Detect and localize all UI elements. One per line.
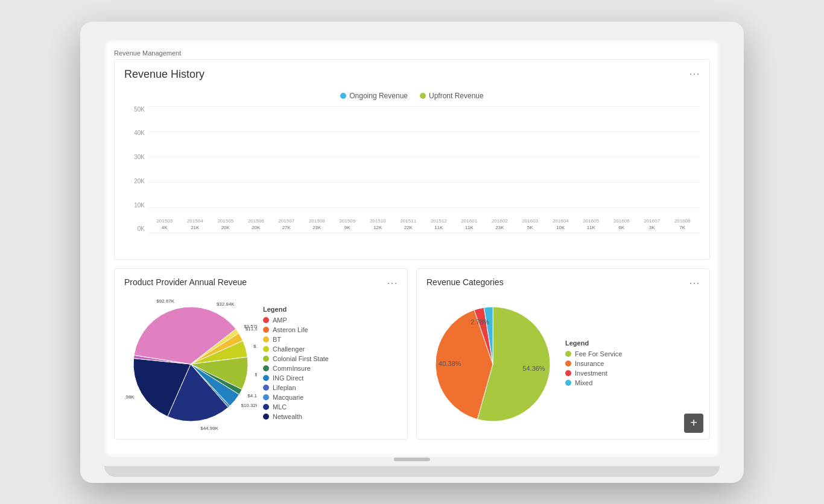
svg-text:$23.14K: $23.14K: [255, 372, 257, 377]
ongoing-dot: [340, 93, 346, 99]
revenue-history-card: Revenue History ⋯ Ongoing Revenue Upfron…: [114, 59, 710, 260]
cat-legend-dot: [565, 361, 571, 367]
x-label: 201507: [272, 216, 301, 233]
y-axis-label: 50K: [134, 106, 145, 113]
provider-legend-item: CommInsure: [263, 365, 398, 372]
svg-text:$11.76K: $11.76K: [253, 343, 257, 348]
provider-legend-item: Netwealth: [263, 413, 398, 420]
x-label: 201605: [577, 216, 606, 233]
provider-pie-section: $32.84K$11.90K$11.76K$23.14K$4.12K$10.32…: [124, 298, 398, 430]
cat-legend-label: Insurance: [575, 360, 604, 367]
provider-legend-item: Lifeplan: [263, 384, 398, 391]
card-header: Revenue History ⋯: [124, 68, 700, 86]
revenue-cat-menu[interactable]: ⋯: [689, 277, 700, 288]
x-label: 201608: [668, 216, 697, 233]
x-label: 201601: [455, 216, 484, 233]
provider-legend-item: Colonial First State: [263, 355, 398, 362]
revenue-cat-legend: Legend Fee For ServiceInsuranceInvestmen…: [565, 339, 700, 389]
provider-legend-label: CommInsure: [273, 365, 311, 372]
revenue-cat-pie-wrapper: 54.36%40.38%2.78%: [426, 298, 559, 430]
provider-legend-label: Asteron Life: [273, 326, 308, 333]
revenue-cat-pie-svg: [426, 298, 559, 430]
provider-legend-dot: [263, 327, 269, 333]
svg-text:$49.98K: $49.98K: [124, 394, 135, 399]
upfront-label: Upfront Revenue: [429, 92, 484, 100]
svg-text:$44.99K: $44.99K: [200, 425, 218, 430]
bars: 4K11K21K13K20K15K20K19K27K15K23K15K9K15K…: [147, 106, 700, 233]
y-axis-label: 30K: [134, 154, 145, 160]
bar-chart: 50K40K30K20K10K0K 4K11K21K13K20K15K20K19…: [124, 106, 700, 251]
x-axis: 2015032015042015052015062015072015082015…: [147, 216, 700, 233]
page-title: Revenue Management: [114, 49, 710, 57]
revenue-cat-title: Revenue Categories: [426, 277, 504, 287]
provider-legend-item: ING Direct: [263, 374, 398, 382]
y-axis: 50K40K30K20K10K0K: [124, 106, 147, 233]
cat-legend-dot: [565, 351, 571, 357]
add-button[interactable]: +: [684, 414, 703, 433]
upfront-legend: Upfront Revenue: [420, 92, 484, 100]
provider-menu[interactable]: ⋯: [387, 277, 398, 288]
provider-legend-label: ING Direct: [273, 374, 303, 382]
y-axis-label: 40K: [134, 130, 145, 136]
provider-legend-dot: [263, 385, 269, 391]
provider-legend-dot: [263, 375, 269, 381]
y-axis-label: 0K: [138, 225, 145, 232]
y-axis-label: 20K: [134, 178, 145, 184]
provider-legend-dot: [263, 394, 269, 400]
provider-legend-label: BT: [273, 336, 281, 343]
bottom-row: Product Provider Annual Reveue ⋯ $32.84K…: [114, 268, 710, 448]
chart-legend: Ongoing Revenue Upfront Revenue: [124, 92, 700, 100]
revenue-cat-legend-item: Fee For Service: [565, 350, 700, 358]
provider-legend-item: Challenger: [263, 345, 398, 353]
cat-legend-dot: [565, 380, 571, 386]
x-label: 201505: [211, 216, 240, 233]
x-label: 201512: [425, 216, 454, 233]
revenue-history-title: Revenue History: [124, 68, 204, 81]
revenue-cat-legend-item: Investment: [565, 370, 700, 377]
y-axis-label: 10K: [134, 202, 145, 209]
revenue-cat-card: Revenue Categories ⋯ 54.36%40.38%2.78% L…: [416, 268, 710, 439]
provider-legend-label: AMP: [273, 317, 287, 324]
provider-pie-svg: $32.84K$11.90K$11.76K$23.14K$4.12K$10.32…: [124, 298, 257, 430]
x-label: 201604: [547, 216, 575, 233]
provider-legend-dot: [263, 336, 269, 342]
x-label: 201510: [364, 216, 393, 233]
provider-legend-item: AMP: [263, 317, 398, 324]
provider-legend-item: Macquarie: [263, 394, 398, 401]
upfront-dot: [420, 93, 426, 99]
provider-legend-dot: [263, 404, 269, 410]
laptop-notch: [394, 458, 430, 461]
x-label: 201606: [607, 216, 636, 233]
provider-legend-label: Colonial First State: [273, 355, 329, 362]
provider-legend-label: Netwealth: [273, 413, 302, 420]
revenue-history-menu[interactable]: ⋯: [689, 68, 700, 79]
cat-legend-label: Mixed: [575, 379, 592, 386]
revenue-cat-header: Revenue Categories ⋯: [426, 277, 700, 292]
provider-card: Product Provider Annual Reveue ⋯ $32.84K…: [114, 268, 408, 439]
provider-legend: Legend AMPAsteron LifeBTChallengerColoni…: [263, 306, 398, 423]
provider-header: Product Provider Annual Reveue ⋯: [124, 277, 398, 292]
x-label: 201503: [150, 216, 179, 233]
provider-legend-dot: [263, 346, 269, 352]
chart-grid: 4K11K21K13K20K15K20K19K27K15K23K15K9K15K…: [147, 106, 700, 233]
revenue-cat-legend-item: Mixed: [565, 379, 700, 386]
revenue-cat-pie-section: 54.36%40.38%2.78% Legend Fee For Service…: [426, 298, 700, 430]
provider-legend-dot: [263, 356, 269, 362]
laptop-frame: Revenue Management Revenue History ⋯ Ong…: [80, 22, 744, 483]
x-label: 201602: [486, 216, 515, 233]
screen: Revenue Management Revenue History ⋯ Ong…: [104, 40, 720, 458]
x-label: 201506: [242, 216, 271, 233]
provider-legend-item: Asteron Life: [263, 326, 398, 333]
provider-legend-dot: [263, 414, 269, 420]
provider-title: Product Provider Annual Reveue: [124, 277, 247, 287]
svg-text:$4.12K: $4.12K: [247, 392, 257, 398]
laptop-base: [104, 466, 720, 477]
svg-text:$32.84K: $32.84K: [217, 301, 235, 306]
svg-text:$92.67K: $92.67K: [156, 298, 174, 303]
revenue-cat-legend-item: Insurance: [565, 360, 700, 367]
provider-legend-title: Legend: [263, 306, 398, 313]
ongoing-label: Ongoing Revenue: [349, 92, 408, 100]
provider-legend-label: Challenger: [273, 345, 305, 353]
provider-legend-dot: [263, 365, 269, 371]
x-label: 201509: [333, 216, 362, 233]
